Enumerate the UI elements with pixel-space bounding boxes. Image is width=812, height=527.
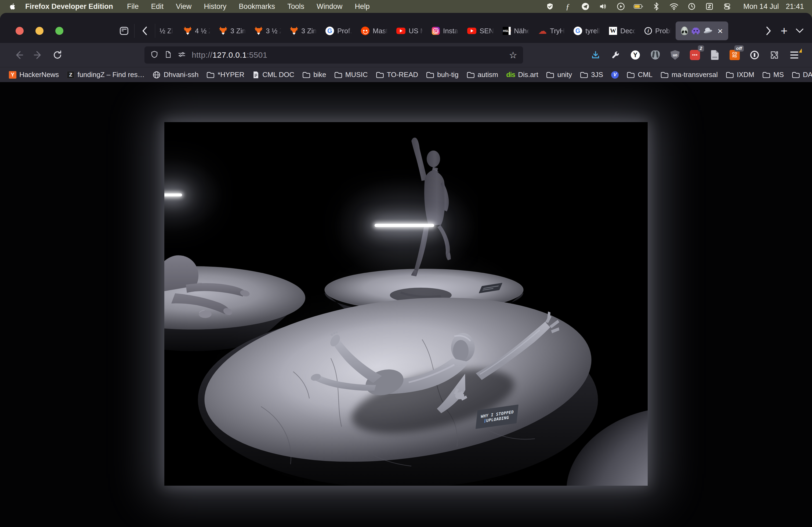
puzzle-icon[interactable] — [767, 47, 782, 62]
forward-button[interactable] — [31, 47, 46, 62]
menu-item-file[interactable]: File — [127, 2, 139, 11]
bookmark-item-bike[interactable]: bike — [302, 71, 326, 79]
disart-icon: dis — [506, 71, 515, 79]
hslu-icon: HSLU — [503, 27, 511, 35]
blue-app-icon: V — [611, 71, 619, 79]
url-text[interactable]: http://127.0.0.1:5501 — [192, 50, 267, 60]
bookmark-item-ma-transversal[interactable]: ma-transversal — [661, 71, 718, 79]
tab-6[interactable]: Maste — [357, 21, 392, 40]
bookmark-item-3js[interactable]: 3JS — [580, 71, 603, 79]
flatfox-icon — [184, 28, 192, 34]
archive-ring-icon[interactable] — [747, 47, 762, 62]
bookmark-item-ixdm[interactable]: IXDM — [726, 71, 754, 79]
bookmark-item--hyper[interactable]: *HYPER — [206, 71, 244, 79]
app-menu-icon[interactable] — [787, 47, 802, 62]
bookmark-item-buh-tig[interactable]: buh-tig — [426, 71, 459, 79]
cors-icon[interactable]: CORSoff — [727, 47, 742, 62]
window-controls — [16, 27, 63, 35]
tab-3[interactable]: 3 ½ Zi — [250, 21, 286, 40]
bookmark-item-unlabeled[interactable]: V — [611, 71, 619, 79]
new-tab-button[interactable]: + — [775, 24, 793, 37]
menu-item-view[interactable]: View — [176, 2, 191, 11]
tab-0[interactable]: ½ Zi — [158, 21, 179, 40]
bookmark-item-music[interactable]: MUSIC — [334, 71, 368, 79]
tab-14[interactable]: iProble — [640, 21, 676, 40]
bookmark-item-data[interactable]: DATA — [792, 71, 812, 79]
reload-button[interactable] — [50, 47, 65, 62]
play-circle-icon[interactable] — [616, 2, 626, 11]
folder-icon — [376, 71, 384, 78]
bookmark-star-icon[interactable]: ☆ — [509, 50, 517, 60]
privacy-badger-icon[interactable] — [648, 47, 663, 62]
bluetooth-icon[interactable] — [651, 2, 661, 11]
tab-13[interactable]: WDecol — [605, 21, 640, 40]
battery-icon[interactable] — [634, 2, 643, 11]
folder-icon — [302, 71, 310, 78]
y-circle-icon[interactable]: Y — [628, 47, 643, 62]
page-info-icon[interactable] — [164, 50, 172, 60]
tab-4[interactable]: 3 Zim — [286, 21, 321, 40]
bookmark-label: MS — [773, 71, 784, 79]
ublock-icon[interactable]: uo — [668, 47, 683, 62]
bookmark-item-dhvani-ssh[interactable]: Dhvani-ssh — [153, 71, 199, 79]
wrench-icon[interactable] — [608, 47, 623, 62]
flux-icon[interactable]: ƒ — [563, 2, 572, 11]
scroll-tabs-left-button[interactable] — [138, 23, 152, 39]
bookmark-item-hackernews[interactable]: YHackerNews — [9, 71, 59, 79]
bookmark-item-to-read[interactable]: TO-READ — [376, 71, 418, 79]
tab-5[interactable]: GProf. D — [321, 21, 357, 40]
bookmark-item-ms[interactable]: MS — [762, 71, 784, 79]
shield-icon[interactable] — [150, 50, 158, 60]
tab-label: ½ Zi — [160, 27, 173, 35]
wifi-icon[interactable] — [669, 2, 679, 11]
volume-icon[interactable] — [598, 2, 608, 11]
tab-1[interactable]: 4 ½ Zi — [179, 21, 215, 40]
webgl-canvas[interactable]: WHY I STOPPED UPLOADING — [164, 122, 648, 486]
tab-8[interactable]: Instag — [427, 21, 463, 40]
menu-item-bookmarks[interactable]: Bookmarks — [239, 2, 275, 11]
clock-icon[interactable] — [687, 2, 697, 11]
menu-item-edit[interactable]: Edit — [151, 2, 164, 11]
scroll-tabs-right-button[interactable] — [762, 23, 775, 39]
menu-item-history[interactable]: History — [204, 2, 226, 11]
apple-logo-icon[interactable] — [8, 2, 17, 11]
tab-label: Prof. D — [337, 27, 352, 35]
firefox-view-icon[interactable] — [117, 23, 131, 39]
bookmark-label: 3JS — [591, 71, 603, 79]
tab-15[interactable]: × — [676, 21, 728, 40]
menu-item-help[interactable]: Help — [355, 2, 370, 11]
control-center-icon[interactable] — [722, 2, 732, 11]
menu-item-tools[interactable]: Tools — [287, 2, 304, 11]
bookmark-item-cml[interactable]: CML — [627, 71, 653, 79]
minimize-window-button[interactable] — [35, 27, 44, 35]
tab-7[interactable]: US MA — [392, 21, 427, 40]
tab-12[interactable]: Gtyrell — [569, 21, 605, 40]
telegram-icon[interactable] — [581, 2, 590, 11]
shield-check-icon[interactable] — [545, 2, 555, 11]
bookmark-item-cml-doc[interactable]: CML DOC — [252, 71, 294, 79]
password-manager-icon[interactable]: •••2 — [687, 47, 702, 62]
flycut-icon[interactable] — [705, 2, 714, 11]
permissions-sliders-icon[interactable] — [178, 50, 186, 60]
list-all-tabs-button[interactable] — [793, 23, 807, 39]
bookmark-item-autism[interactable]: autism — [467, 71, 498, 79]
tab-11[interactable]: ☁TryHa — [534, 21, 569, 40]
download-icon[interactable] — [588, 47, 603, 62]
bookmark-label: buh-tig — [437, 71, 459, 79]
bookmark-item-fundingz-find-res-[interactable]: ZfundingZ – Find res… — [67, 71, 144, 79]
close-window-button[interactable] — [16, 27, 24, 35]
app-name[interactable]: Firefox Developer Edition — [25, 2, 113, 11]
reader-document-icon[interactable] — [707, 47, 722, 62]
back-button[interactable] — [11, 47, 26, 62]
menu-item-window[interactable]: Window — [317, 2, 342, 11]
bookmark-item-unity[interactable]: unity — [546, 71, 572, 79]
tab-2[interactable]: 3 Zim — [215, 21, 250, 40]
url-bar[interactable]: http://127.0.0.1:5501 ☆ — [144, 46, 523, 64]
zoom-window-button[interactable] — [55, 27, 63, 35]
bookmark-item-dis-art[interactable]: disDis.art — [506, 71, 538, 79]
tab-9[interactable]: SENS — [463, 21, 498, 40]
tab-10[interactable]: HSLUNäher — [498, 21, 534, 40]
folder-icon — [334, 71, 342, 78]
close-tab-icon[interactable]: × — [717, 26, 723, 35]
menubar-clock[interactable]: Mon 14 Jul 21:41 — [743, 2, 804, 11]
